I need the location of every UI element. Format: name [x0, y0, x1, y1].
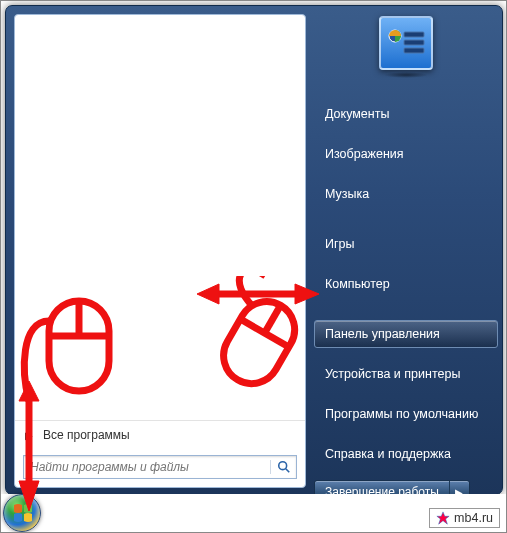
svg-marker-6	[437, 512, 449, 524]
right-link-item[interactable]: Игры	[314, 230, 498, 258]
right-link-item[interactable]: Изображения	[314, 140, 498, 168]
svg-point-0	[278, 462, 286, 470]
right-link-label: Документы	[325, 107, 389, 121]
right-link-item[interactable]: Устройства и принтеры	[314, 360, 498, 388]
right-link-list: ДокументыИзображенияМузыкаИгрыКомпьютерП…	[314, 100, 498, 480]
watermark-icon	[436, 511, 450, 525]
separator	[314, 220, 498, 230]
programs-list-area	[15, 15, 305, 420]
right-link-item[interactable]: Музыка	[314, 180, 498, 208]
svg-rect-3	[404, 32, 424, 37]
user-avatar[interactable]	[379, 16, 433, 70]
start-menu: ▶ Все программы	[5, 5, 503, 495]
right-link-item[interactable]: Справка и поддержка	[314, 440, 498, 468]
svg-rect-5	[404, 48, 424, 53]
right-link-label: Музыка	[325, 187, 369, 201]
right-link-label: Программы по умолчанию	[325, 407, 478, 421]
search-box	[23, 455, 297, 479]
start-button[interactable]	[3, 494, 41, 532]
all-programs-label: Все программы	[43, 428, 130, 442]
right-link-label: Изображения	[325, 147, 404, 161]
right-link-label: Панель управления	[325, 327, 440, 341]
search-row	[15, 449, 305, 487]
all-programs-button[interactable]: ▶ Все программы	[15, 420, 305, 449]
right-link-item[interactable]: Панель управления	[314, 320, 498, 348]
right-link-label: Игры	[325, 237, 354, 251]
right-link-label: Устройства и принтеры	[325, 367, 460, 381]
right-link-item[interactable]: Компьютер	[314, 270, 498, 298]
user-avatar-area	[314, 14, 498, 100]
search-input[interactable]	[24, 460, 270, 474]
svg-line-1	[285, 469, 289, 473]
watermark-text: mb4.ru	[454, 511, 493, 525]
avatar-shadow	[384, 72, 428, 78]
right-link-label: Справка и поддержка	[325, 447, 451, 461]
separator	[314, 310, 498, 320]
search-icon[interactable]	[270, 460, 296, 474]
right-link-item[interactable]: Документы	[314, 100, 498, 128]
svg-rect-4	[404, 40, 424, 45]
chevron-right-icon: ▶	[25, 430, 33, 441]
right-link-label: Компьютер	[325, 277, 390, 291]
right-link-item[interactable]: Программы по умолчанию	[314, 400, 498, 428]
watermark: mb4.ru	[429, 508, 500, 528]
start-menu-right-pane: ДокументыИзображенияМузыкаИгрыКомпьютерП…	[314, 14, 498, 488]
start-menu-left-pane: ▶ Все программы	[14, 14, 306, 488]
